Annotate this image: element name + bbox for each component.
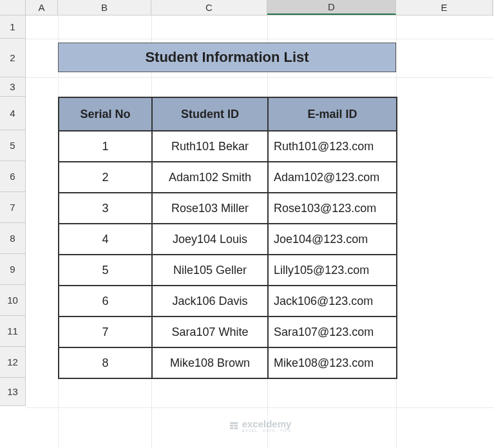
cell-email[interactable]: Sara107@123.com xyxy=(268,317,397,347)
title-cell[interactable]: Student Information List xyxy=(58,43,396,72)
cell-student-id[interactable]: Mike108 Brown xyxy=(152,347,268,378)
row-header-5[interactable]: 5 xyxy=(0,130,25,161)
col-header-e[interactable]: E xyxy=(396,0,493,15)
row-header-13[interactable]: 13 xyxy=(0,378,25,406)
row-header-3[interactable]: 3 xyxy=(0,77,25,97)
row-header-9[interactable]: 9 xyxy=(0,254,25,285)
cell-student-id[interactable]: Sara107 White xyxy=(152,317,268,347)
table-row: 4 Joey104 Louis Joe104@123.com xyxy=(59,224,397,255)
cell-serial[interactable]: 6 xyxy=(59,286,152,317)
table-row: 6 Jack106 Davis Jack106@123.com xyxy=(59,286,397,317)
row-header-4[interactable]: 4 xyxy=(0,97,25,130)
cell-student-id[interactable]: Nile105 Geller xyxy=(152,255,268,286)
cell-serial[interactable]: 3 xyxy=(59,193,152,224)
cell-email[interactable]: Adam102@123.com xyxy=(268,162,397,193)
cell-student-id[interactable]: Rose103 Miller xyxy=(152,193,268,224)
cell-email[interactable]: Mike108@123.com xyxy=(268,347,397,378)
cell-student-id[interactable]: Ruth101 Bekar xyxy=(152,131,268,162)
gridline xyxy=(26,407,494,408)
grid-area[interactable]: Student Information List Serial No Stude… xyxy=(26,15,494,448)
data-table: Serial No Student ID E-mail ID 1 Ruth101… xyxy=(58,97,397,379)
cell-email[interactable]: Lilly105@123.com xyxy=(268,255,397,286)
watermark-brand: exceldemy xyxy=(242,419,292,429)
table-row: 8 Mike108 Brown Mike108@123.com xyxy=(59,347,397,378)
table-row: 1 Ruth101 Bekar Ruth101@123.com xyxy=(59,131,397,162)
watermark: exceldemy EXCEL · DATA · TIPS xyxy=(229,419,292,433)
watermark-text: exceldemy EXCEL · DATA · TIPS xyxy=(242,419,292,433)
table-row: 3 Rose103 Miller Rose103@123.com xyxy=(59,193,397,224)
cell-serial[interactable]: 4 xyxy=(59,224,152,255)
col-header-b[interactable]: B xyxy=(58,0,151,15)
row-header-12[interactable]: 12 xyxy=(0,347,25,378)
row-header-10[interactable]: 10 xyxy=(0,285,25,316)
table-header-row: Serial No Student ID E-mail ID xyxy=(59,97,397,131)
cell-email[interactable]: Joe104@123.com xyxy=(268,224,397,255)
gridline xyxy=(26,77,494,78)
table-row: 5 Nile105 Geller Lilly105@123.com xyxy=(59,255,397,286)
col-header-d[interactable]: D xyxy=(267,0,396,15)
cell-serial[interactable]: 8 xyxy=(59,347,152,378)
cell-serial[interactable]: 7 xyxy=(59,317,152,347)
cell-email[interactable]: Rose103@123.com xyxy=(268,193,397,224)
cell-student-id[interactable]: Jack106 Davis xyxy=(152,286,268,317)
select-all-button[interactable] xyxy=(0,0,26,15)
cell-student-id[interactable]: Adam102 Smith xyxy=(152,162,268,193)
col-header-a[interactable]: A xyxy=(26,0,58,15)
header-serial[interactable]: Serial No xyxy=(59,97,152,131)
header-student-id[interactable]: Student ID xyxy=(152,97,268,131)
row-headers: 1 2 3 4 5 6 7 8 9 10 11 12 13 xyxy=(0,15,26,406)
row-header-11[interactable]: 11 xyxy=(0,316,25,347)
column-headers: A B C D E xyxy=(26,0,494,15)
cell-serial[interactable]: 1 xyxy=(59,131,152,162)
header-email[interactable]: E-mail ID xyxy=(268,97,397,131)
col-header-c[interactable]: C xyxy=(151,0,267,15)
cell-email[interactable]: Ruth101@123.com xyxy=(268,131,397,162)
cell-serial[interactable]: 5 xyxy=(59,255,152,286)
table-row: 2 Adam102 Smith Adam102@123.com xyxy=(59,162,397,193)
cell-student-id[interactable]: Joey104 Louis xyxy=(152,224,268,255)
table-row: 7 Sara107 White Sara107@123.com xyxy=(59,317,397,347)
watermark-tagline: EXCEL · DATA · TIPS xyxy=(242,429,292,433)
cell-email[interactable]: Jack106@123.com xyxy=(268,286,397,317)
row-header-8[interactable]: 8 xyxy=(0,223,25,254)
gridline xyxy=(26,39,494,39)
row-header-1[interactable]: 1 xyxy=(0,15,25,39)
spreadsheet-icon xyxy=(229,421,239,431)
row-header-6[interactable]: 6 xyxy=(0,161,25,192)
cell-serial[interactable]: 2 xyxy=(59,162,152,193)
row-header-7[interactable]: 7 xyxy=(0,192,25,223)
row-header-2[interactable]: 2 xyxy=(0,39,25,77)
